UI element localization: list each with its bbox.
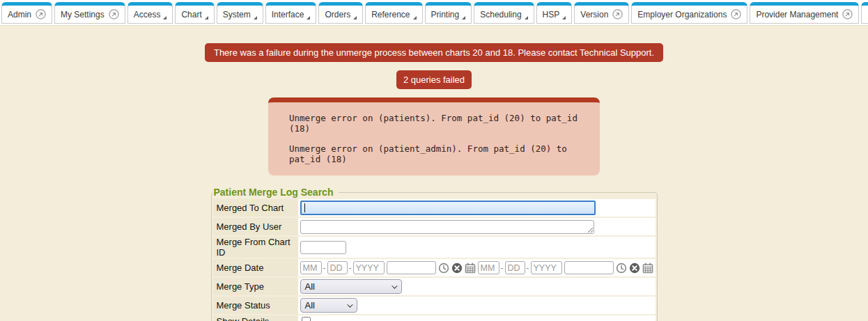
tab-label: Interface	[272, 10, 304, 19]
tab-bar: Admin My Settings Access Chart System In…	[0, 0, 868, 26]
form-title: Patient Merge Log Search	[213, 187, 339, 198]
dropdown-icon	[163, 16, 166, 19]
main-content: There was a failure during the unmerge p…	[0, 26, 868, 321]
external-link-icon	[612, 9, 623, 19]
form-row-show-details: Show Details	[213, 315, 656, 321]
tab-my-settings[interactable]: My Settings	[54, 2, 125, 24]
chevron-down-icon	[392, 283, 397, 288]
tab-label: Reference	[371, 10, 410, 19]
merge-date-from-year-input[interactable]	[353, 261, 385, 274]
selected-value: All	[305, 281, 315, 292]
tab-hsp[interactable]: HSP	[536, 2, 573, 24]
date-separator: -	[349, 263, 352, 273]
date-separator: -	[527, 263, 529, 273]
field-label: Merge Status	[213, 297, 298, 314]
form-row-merged-to-chart: Merged To Chart	[213, 199, 656, 217]
dropdown-icon	[525, 16, 528, 19]
clock-icon[interactable]	[616, 263, 627, 274]
tab-label: Admin	[8, 10, 31, 19]
tab-employer-organizations[interactable]: Employer Organizations	[631, 2, 747, 24]
merge-date-to-year-input[interactable]	[531, 261, 562, 274]
tab-label: Provider Management	[756, 10, 838, 19]
form-row-merge-type: Merge Type All	[213, 278, 656, 295]
merged-to-chart-input[interactable]	[300, 201, 596, 215]
merge-date-from-month-input[interactable]	[300, 261, 322, 274]
form-row-merged-by-user: Merged By User	[213, 218, 656, 235]
dropdown-icon	[353, 16, 357, 19]
field-label: Merged By User	[213, 218, 298, 235]
tab-label: Scheduling	[480, 10, 521, 19]
clear-icon[interactable]	[629, 263, 640, 274]
merge-from-chart-id-input[interactable]	[300, 241, 346, 254]
tab-chart[interactable]: Chart	[175, 2, 214, 24]
queries-failed-badge: 2 queries failed	[396, 70, 472, 89]
merge-date-to-day-input[interactable]	[505, 261, 525, 274]
merge-date-to-time-input[interactable]	[564, 261, 614, 274]
external-link-icon	[731, 9, 741, 19]
tab-orders[interactable]: Orders	[318, 2, 363, 24]
chevron-down-icon	[347, 302, 352, 307]
tab-admin[interactable]: Admin	[1, 2, 52, 24]
error-banner: There was a failure during the unmerge p…	[205, 43, 663, 62]
tab-label: Employer Organizations	[637, 10, 727, 19]
unmerge-error-box: Unmerge error on (patients). From pat_id…	[268, 97, 600, 175]
tab-version[interactable]: Version	[574, 2, 629, 24]
tab-label: System	[223, 10, 251, 19]
tab-provider-management[interactable]: Provider Management	[750, 2, 859, 24]
calendar-icon[interactable]	[465, 263, 476, 274]
tab-reference[interactable]: Reference	[365, 2, 422, 24]
tab-label: HSP	[543, 10, 560, 19]
show-details-checkbox[interactable]	[302, 317, 311, 321]
selected-value: All	[305, 300, 315, 311]
tab-label: Access	[134, 10, 161, 19]
field-label: Show Details	[213, 315, 298, 321]
tab-label: Printing	[431, 10, 460, 19]
tab-label: Chart	[181, 10, 201, 19]
dropdown-icon	[462, 16, 465, 19]
tab-similar-exposure-groups[interactable]: Similar Exposure Groups (SEGs)	[861, 2, 868, 24]
merge-date-from-group: - -	[300, 261, 476, 274]
external-link-icon	[36, 9, 46, 19]
tab-access[interactable]: Access	[127, 2, 173, 24]
calendar-icon[interactable]	[642, 263, 653, 274]
external-link-icon	[842, 9, 853, 19]
dropdown-icon	[562, 16, 566, 19]
merge-date-to-month-input[interactable]	[478, 261, 499, 274]
field-label: Merge Type	[213, 278, 298, 295]
patient-merge-log-search-form: Patient Merge Log Search Merged To Chart…	[211, 187, 658, 321]
tab-scheduling[interactable]: Scheduling	[474, 2, 534, 24]
field-label: Merge Date	[213, 259, 298, 276]
merge-type-select[interactable]: All	[300, 279, 402, 294]
clock-icon[interactable]	[438, 263, 449, 274]
clear-icon[interactable]	[451, 263, 463, 274]
external-link-icon	[109, 9, 119, 19]
tab-interface[interactable]: Interface	[265, 2, 317, 24]
merge-date-from-time-input[interactable]	[387, 261, 436, 274]
form-row-merge-date: Merge Date - - - -	[213, 259, 656, 276]
form-row-merge-status: Merge Status All	[213, 297, 656, 314]
merged-by-user-textarea[interactable]	[300, 220, 594, 234]
date-separator: -	[501, 263, 504, 273]
tab-label: Orders	[325, 10, 350, 19]
date-separator: -	[323, 263, 326, 273]
field-label: Merged To Chart	[213, 199, 298, 217]
merge-status-select[interactable]: All	[300, 298, 357, 313]
merge-date-to-group: - -	[478, 261, 653, 274]
text-caret	[304, 203, 305, 212]
dropdown-icon	[413, 16, 417, 19]
unmerge-error-line: Unmerge error on (patients). From pat_id…	[289, 113, 593, 134]
dropdown-icon	[254, 16, 257, 19]
merge-date-from-day-input[interactable]	[327, 261, 348, 274]
dropdown-icon	[205, 16, 208, 19]
tab-label: My Settings	[61, 10, 104, 19]
tab-system[interactable]: System	[217, 2, 263, 24]
form-row-merge-from-chart-id: Merge From Chart ID	[213, 237, 656, 258]
unmerge-error-line: Unmerge error on (patient_admin). From p…	[289, 143, 593, 164]
tab-printing[interactable]: Printing	[425, 2, 472, 24]
dropdown-icon	[307, 16, 310, 19]
tab-label: Version	[580, 10, 608, 19]
field-label: Merge From Chart ID	[213, 237, 298, 258]
